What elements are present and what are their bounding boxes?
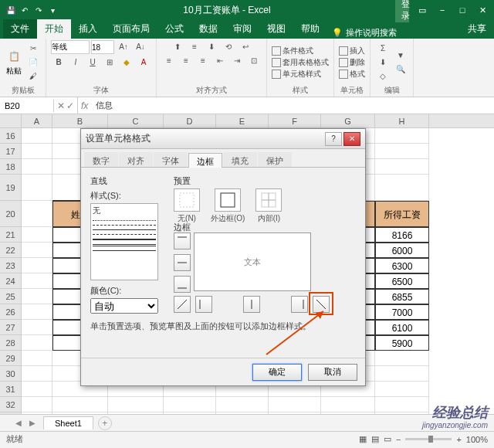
col-header[interactable]: B <box>52 114 108 127</box>
underline-icon[interactable]: U <box>85 56 100 68</box>
preset-inside-button[interactable]: 内部(I) <box>255 188 282 224</box>
border-hmid-button[interactable] <box>174 254 191 271</box>
wrap-text-icon[interactable]: ↩ <box>238 40 253 53</box>
autosum-icon[interactable]: Σ <box>375 42 391 55</box>
cancel-button[interactable]: 取消 <box>308 364 357 381</box>
cell[interactable] <box>22 335 52 351</box>
find-select-icon[interactable]: 🔍 <box>393 63 408 76</box>
sheet-tab[interactable]: Sheet1 <box>43 416 93 429</box>
line-style-option[interactable] <box>93 225 156 226</box>
cell[interactable] <box>22 201 52 227</box>
tab-file[interactable]: 文件 <box>3 19 37 39</box>
cell[interactable]: 所得工资 <box>375 201 429 227</box>
cancel-formula-icon[interactable]: ✕ <box>57 100 65 111</box>
view-normal-icon[interactable]: ▦ <box>359 434 367 444</box>
border-left-button[interactable] <box>195 296 212 313</box>
cell[interactable]: 8166 <box>375 227 429 243</box>
decrease-indent-icon[interactable]: ⇤ <box>212 54 228 66</box>
row-header[interactable]: 26 <box>0 304 22 320</box>
cell[interactable] <box>375 128 429 144</box>
cut-icon[interactable]: ✂ <box>25 42 41 55</box>
col-header[interactable]: G <box>321 114 375 127</box>
line-style-option[interactable] <box>93 220 156 221</box>
border-right-button[interactable] <box>291 296 308 313</box>
row-header[interactable]: 33 <box>0 412 22 414</box>
cell[interactable]: 7000 <box>375 304 429 320</box>
cell[interactable] <box>375 382 429 397</box>
cell[interactable] <box>375 366 429 382</box>
tab-formulas[interactable]: 公式 <box>157 19 191 39</box>
row-header[interactable]: 18 <box>0 159 22 175</box>
cell[interactable] <box>22 273 52 289</box>
formula-input[interactable]: 信息 <box>91 98 494 113</box>
row-header[interactable]: 31 <box>0 382 22 397</box>
minimize-icon[interactable]: − <box>435 5 449 15</box>
col-header[interactable]: C <box>108 114 164 127</box>
bold-icon[interactable]: B <box>51 56 66 68</box>
cell[interactable]: 6500 <box>375 273 429 289</box>
line-color-select[interactable]: 自动 <box>90 298 158 314</box>
border-bottom-button[interactable] <box>174 276 191 293</box>
sheet-nav-prev-icon[interactable]: ◀ <box>15 419 22 427</box>
col-header[interactable]: H <box>375 114 429 127</box>
cell[interactable] <box>22 366 52 382</box>
cell[interactable]: 6100 <box>375 320 429 335</box>
tab-review[interactable]: 审阅 <box>225 19 259 39</box>
increase-indent-icon[interactable]: ⇥ <box>229 54 245 66</box>
increase-font-icon[interactable]: A↑ <box>116 40 131 53</box>
line-style-option[interactable] <box>93 250 156 251</box>
align-left-icon[interactable]: ≡ <box>161 54 177 66</box>
cell[interactable] <box>22 382 52 397</box>
tab-layout[interactable]: 页面布局 <box>105 19 157 39</box>
clear-icon[interactable]: ◇ <box>375 70 391 83</box>
tab-view[interactable]: 视图 <box>259 19 293 39</box>
cell[interactable] <box>164 397 216 412</box>
row-header[interactable]: 16 <box>0 128 22 144</box>
border-vmid-button[interactable] <box>243 296 260 313</box>
row-header[interactable]: 27 <box>0 320 22 335</box>
preset-outline-button[interactable]: 外边框(O) <box>211 188 245 224</box>
cell[interactable] <box>22 144 52 159</box>
share-button[interactable]: 共享 <box>460 19 494 39</box>
align-top-icon[interactable]: ⬆ <box>170 40 185 53</box>
copy-icon[interactable]: 📄 <box>25 56 41 69</box>
redo-icon[interactable]: ↷ <box>32 4 45 16</box>
col-header[interactable]: E <box>216 114 269 127</box>
conditional-format-button[interactable]: 条件格式 <box>272 46 329 56</box>
cell[interactable] <box>22 243 52 258</box>
dlg-tab-number[interactable]: 数字 <box>84 152 118 167</box>
merge-icon[interactable]: ⊡ <box>246 54 262 66</box>
fx-icon[interactable]: fx <box>78 100 91 111</box>
table-format-button[interactable]: 套用表格格式 <box>272 57 329 68</box>
col-header[interactable]: D <box>164 114 216 127</box>
border-diag-up-button[interactable] <box>174 296 191 313</box>
zoom-slider[interactable] <box>405 438 452 440</box>
save-icon[interactable]: 💾 <box>5 4 17 16</box>
sort-filter-icon[interactable]: ▼ <box>393 49 408 62</box>
format-painter-icon[interactable]: 🖌 <box>25 70 41 83</box>
format-cells-button[interactable]: 格式 <box>339 69 365 80</box>
dialog-close-button[interactable]: ✕ <box>343 132 360 146</box>
border-top-button[interactable] <box>174 232 191 249</box>
login-button[interactable]: 登录 <box>395 0 409 22</box>
border-icon[interactable]: ⊞ <box>102 56 117 68</box>
cell[interactable] <box>375 144 429 159</box>
font-name-select[interactable] <box>51 40 90 54</box>
row-header[interactable]: 32 <box>0 397 22 412</box>
row-header[interactable]: 30 <box>0 366 22 382</box>
align-center-icon[interactable]: ≡ <box>178 54 194 66</box>
zoom-out-icon[interactable]: − <box>396 435 401 444</box>
cell[interactable] <box>22 128 52 144</box>
row-header[interactable]: 20 <box>0 201 22 227</box>
col-header[interactable]: F <box>269 114 321 127</box>
cell[interactable] <box>22 175 52 201</box>
row-header[interactable]: 28 <box>0 335 22 351</box>
insert-cells-button[interactable]: 插入 <box>339 46 365 56</box>
cell[interactable] <box>22 412 52 414</box>
cell[interactable] <box>22 351 52 366</box>
cell[interactable] <box>375 397 429 412</box>
tab-data[interactable]: 数据 <box>191 19 225 39</box>
select-all-button[interactable] <box>0 114 22 127</box>
maximize-icon[interactable]: □ <box>455 5 469 15</box>
row-header[interactable]: 29 <box>0 351 22 366</box>
